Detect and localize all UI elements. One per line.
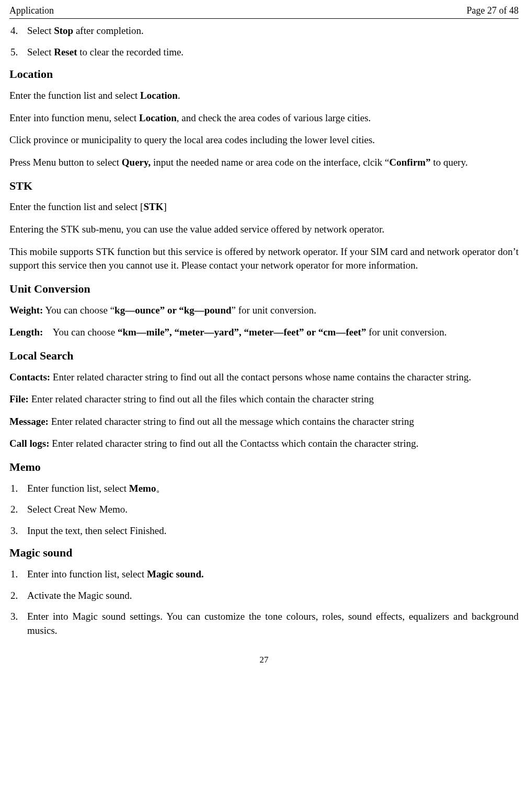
paragraph: Message: Enter related character string … [9, 415, 519, 429]
bold-text: Magic sound. [147, 569, 204, 579]
text: input the needed name or area code on th… [151, 157, 389, 168]
paragraph: Length: You can choose “km—mile”, “meter… [9, 326, 519, 340]
text: Enter function list, select [27, 483, 129, 494]
bold-text: Memo [129, 483, 156, 494]
bold-text: “km—mile”, “meter—yard”, “meter—feet” or… [118, 327, 366, 338]
list-number: 2. [9, 589, 27, 603]
bold-text: Location [139, 112, 177, 123]
heading-location: Location [9, 66, 519, 83]
bold-text: Location [140, 90, 178, 101]
text: You can choose [43, 327, 118, 338]
paragraph: File: Enter related character string to … [9, 392, 519, 407]
list-text: Enter function list, select Memo。 [27, 482, 519, 496]
text: Select [27, 25, 54, 36]
bold-text: Reset [54, 47, 77, 57]
list-item: 1. Enter into function list, select Magi… [9, 567, 519, 582]
text: Press Menu button to select [9, 157, 122, 168]
paragraph: This mobile supports STK function but th… [9, 245, 519, 273]
paragraph: Enter the function list and select Locat… [9, 89, 519, 103]
list-text: Input the text, then select Finished. [27, 524, 519, 538]
text: after completion. [73, 25, 144, 36]
page-content: Application Page 27 of 48 4. Select Stop… [0, 0, 528, 676]
header-title: Application [9, 4, 54, 17]
text: ” for unit conversion. [232, 305, 317, 316]
list-item: 3. Enter into Magic sound settings. You … [9, 610, 519, 637]
text: to clear the recorded time. [77, 47, 184, 57]
bold-text: kg—ounce” or “kg—pound [114, 305, 232, 316]
text: Enter related character string to find o… [50, 372, 471, 382]
paragraph: Press Menu button to select Query, input… [9, 156, 519, 170]
text: 。 [156, 483, 166, 494]
list-text: Select Creat New Memo. [27, 503, 519, 517]
header-page-info: Page 27 of 48 [467, 4, 519, 17]
list-number: 5. [9, 45, 27, 60]
page-footer: 27 [9, 654, 519, 666]
text: Enter the function list and select [ [9, 201, 143, 212]
list-text: Enter into function list, select Magic s… [27, 567, 519, 582]
label-message: Message: [9, 416, 49, 427]
label-call-logs: Call logs: [9, 438, 50, 449]
text: You can choose “ [43, 305, 114, 316]
list-number: 1. [9, 482, 27, 496]
list-number: 3. [9, 524, 27, 538]
text: Enter into function menu, select [9, 112, 139, 123]
paragraph: Click province or municipality to query … [9, 133, 519, 147]
page-header: Application Page 27 of 48 [9, 4, 519, 19]
paragraph: Enter the function list and select [STK] [9, 200, 519, 214]
text: , and check the area codes of various la… [177, 112, 371, 123]
list-item: 2. Activate the Magic sound. [9, 589, 519, 603]
paragraph: Weight: You can choose “kg—ounce” or “kg… [9, 304, 519, 318]
text: Select [27, 47, 54, 57]
text: ] [163, 201, 166, 212]
list-item: 2. Select Creat New Memo. [9, 503, 519, 517]
text: Enter related character string to find o… [50, 438, 419, 449]
text: Enter related character string to find o… [29, 393, 374, 404]
heading-memo: Memo [9, 459, 519, 475]
label-contacts: Contacts: [9, 372, 50, 382]
list-number: 4. [9, 24, 27, 38]
heading-unit-conversion: Unit Conversion [9, 281, 519, 297]
text: Enter the function list and select [9, 90, 140, 101]
bold-text: Stop [54, 25, 73, 36]
list-text: Enter into Magic sound settings. You can… [27, 610, 519, 637]
heading-magic-sound: Magic sound [9, 545, 519, 561]
heading-local-search: Local Search [9, 348, 519, 364]
text: Enter related character string to find o… [49, 416, 414, 427]
list-number: 2. [9, 503, 27, 517]
paragraph: Enter into function menu, select Locatio… [9, 111, 519, 125]
label-weight: Weight: [9, 305, 43, 316]
text: for unit conversion. [366, 327, 446, 338]
bold-text: STK [143, 201, 163, 212]
list-number: 3. [9, 610, 27, 637]
list-text: Select Reset to clear the recorded time. [27, 45, 519, 60]
text: Enter into function list, select [27, 569, 147, 579]
paragraph: Entering the STK sub-menu, you can use t… [9, 223, 519, 237]
list-item: 3. Input the text, then select Finished. [9, 524, 519, 538]
list-text: Select Stop after completion. [27, 24, 519, 38]
paragraph: Contacts: Enter related character string… [9, 370, 519, 385]
paragraph: Call logs: Enter related character strin… [9, 437, 519, 451]
text: to query. [431, 157, 468, 168]
text: . [178, 90, 180, 101]
label-file: File: [9, 393, 29, 404]
list-text: Activate the Magic sound. [27, 589, 519, 603]
list-number: 1. [9, 567, 27, 582]
list-item: 1. Enter function list, select Memo。 [9, 482, 519, 496]
list-item: 4. Select Stop after completion. [9, 24, 519, 38]
heading-stk: STK [9, 178, 519, 194]
bold-text: Confirm” [389, 157, 431, 168]
label-length: Length: [9, 327, 43, 338]
bold-text: Query, [122, 157, 151, 168]
list-item: 5. Select Reset to clear the recorded ti… [9, 45, 519, 60]
